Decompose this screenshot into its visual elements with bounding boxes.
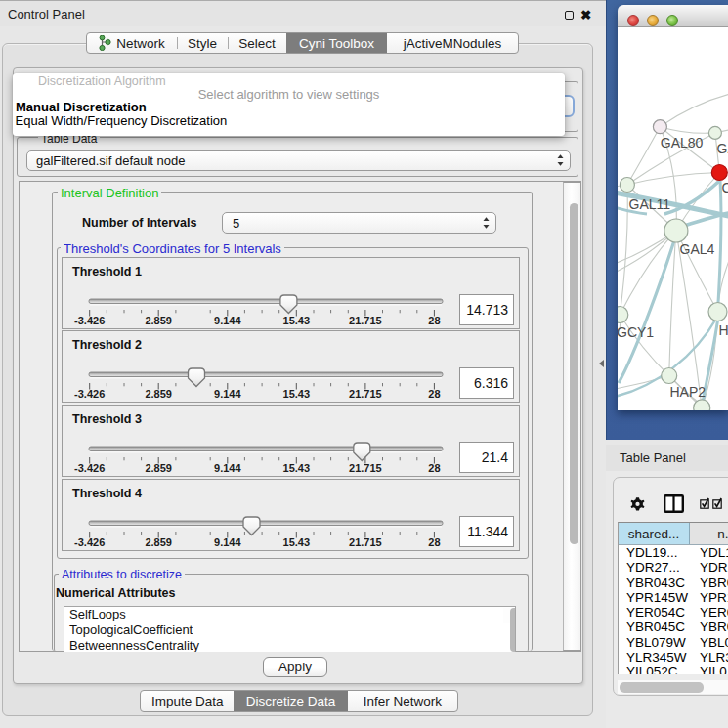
svg-text:15.43: 15.43 (283, 388, 311, 400)
svg-text:GAL80: GAL80 (661, 135, 704, 150)
svg-text:2.859: 2.859 (145, 462, 172, 474)
svg-text:9.144: 9.144 (214, 462, 241, 474)
svg-text:-3.426: -3.426 (74, 536, 105, 548)
svg-text:GCY1: GCY1 (618, 324, 654, 340)
svg-text:-3.426: -3.426 (74, 315, 105, 326)
svg-text:28: 28 (428, 462, 440, 474)
svg-text:GAL4: GAL4 (680, 241, 715, 257)
svg-text:15.43: 15.43 (283, 462, 311, 474)
svg-text:GA: GA (717, 141, 728, 156)
svg-text:28: 28 (428, 536, 440, 548)
svg-text:21.715: 21.715 (349, 536, 382, 548)
svg-text:21.715: 21.715 (349, 388, 382, 400)
svg-text:9.144: 9.144 (214, 536, 241, 548)
svg-text:H: H (719, 322, 728, 338)
svg-text:2.859: 2.859 (145, 388, 172, 400)
svg-text:9.144: 9.144 (214, 315, 241, 326)
svg-text:-3.426: -3.426 (74, 388, 105, 400)
svg-text:9.144: 9.144 (214, 388, 241, 400)
svg-text:21.715: 21.715 (349, 462, 382, 474)
svg-text:21.715: 21.715 (349, 315, 382, 326)
svg-text:C: C (722, 180, 728, 195)
svg-text:28: 28 (428, 388, 440, 400)
svg-text:15.43: 15.43 (283, 536, 311, 548)
svg-text:-3.426: -3.426 (74, 462, 105, 474)
svg-text:2.859: 2.859 (145, 536, 172, 548)
svg-text:GAL11: GAL11 (629, 196, 671, 212)
svg-text:28: 28 (428, 315, 440, 326)
svg-text:HAP2: HAP2 (670, 384, 707, 400)
svg-text:2.859: 2.859 (145, 315, 172, 326)
svg-text:15.43: 15.43 (283, 315, 311, 326)
